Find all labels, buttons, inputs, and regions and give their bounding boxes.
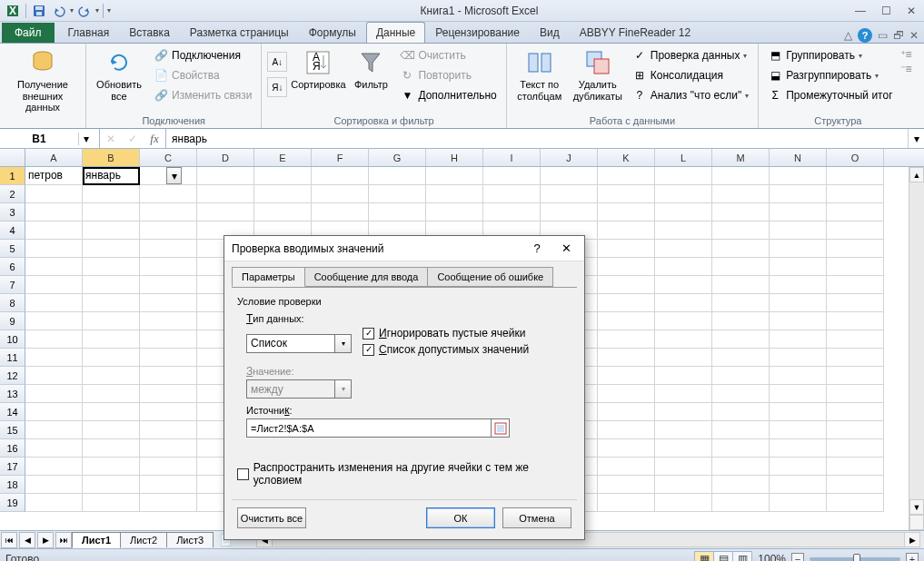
row-header[interactable]: 17 [0,458,25,476]
tab-formulas[interactable]: Формулы [299,22,366,43]
propagate-checkbox[interactable] [237,468,249,480]
properties-button[interactable]: 📄Свойства [150,66,255,84]
name-box[interactable]: ▾ [0,129,100,148]
col-header[interactable]: B [83,149,140,166]
help-icon[interactable]: ? [858,28,872,43]
row-header[interactable]: 10 [0,330,25,349]
row-header[interactable]: 18 [0,476,25,494]
col-header[interactable]: A [25,149,83,166]
col-header[interactable]: H [426,149,483,166]
dialog-close-icon[interactable]: ✕ [555,240,577,258]
tab-home[interactable]: Главная [58,22,120,43]
scroll-down-icon[interactable]: ▼ [909,499,924,515]
what-if-button[interactable]: ?Анализ "что если"▾ [629,86,752,104]
validation-dropdown-icon[interactable]: ▾ [166,167,182,184]
formula-input[interactable] [166,129,908,148]
file-tab[interactable]: Файл [2,23,55,43]
tab-error-alert[interactable]: Сообщение об ошибке [427,267,553,287]
text-to-columns-button[interactable]: Текст по столбцам [512,46,567,103]
row-header[interactable]: 1 [0,167,25,185]
dialog-titlebar[interactable]: Проверка вводимых значений ? ✕ [224,236,584,261]
page-break-view-icon[interactable]: ▥ [732,551,752,562]
zoom-in-icon[interactable]: + [906,553,919,562]
cancel-formula-icon[interactable]: ✕ [100,133,122,145]
zoom-out-icon[interactable]: − [791,553,804,562]
col-header[interactable]: C [140,149,197,166]
clear-filter-button[interactable]: ⌫Очистить [396,46,500,64]
sort-button[interactable]: AЯ Сортировка [291,46,345,93]
row-header[interactable]: 5 [0,240,25,258]
row-header[interactable]: 2 [0,185,25,203]
tab-abbyy[interactable]: ABBYY FineReader 12 [570,22,701,43]
get-external-data-button[interactable]: Получение внешних данных [5,46,80,115]
row-header[interactable]: 19 [0,494,25,512]
name-box-input[interactable] [0,133,78,145]
col-header[interactable]: K [598,149,655,166]
row-header[interactable]: 6 [0,258,25,276]
cell-a1[interactable]: петров [25,167,83,185]
advanced-filter-button[interactable]: ▼Дополнительно [396,86,500,104]
hide-detail-icon[interactable]: ⁻≡ [900,63,912,75]
ok-button[interactable]: ОК [426,507,495,528]
maximize-icon[interactable]: ☐ [873,2,899,20]
dialog-help-icon[interactable]: ? [526,240,548,258]
row-header[interactable]: 16 [0,439,25,458]
excel-icon[interactable]: X [4,2,22,20]
insert-function-icon[interactable]: fx [144,132,165,146]
save-icon[interactable] [30,2,48,20]
col-header[interactable]: I [483,149,541,166]
next-sheet-icon[interactable]: ▶ [37,532,54,548]
row-header[interactable]: 4 [0,221,25,240]
tab-parameters[interactable]: Параметры [232,267,305,287]
in-cell-dropdown-checkbox[interactable]: ✓ [363,344,374,356]
row-header[interactable]: 7 [0,276,25,294]
col-header[interactable]: M [712,149,770,166]
connections-button[interactable]: 🔗Подключения [150,46,255,64]
workbook-close-icon[interactable]: ✕ [909,29,919,42]
page-layout-view-icon[interactable]: ▤ [713,551,733,562]
row-header[interactable]: 13 [0,385,25,403]
tab-page-layout[interactable]: Разметка страницы [180,22,299,43]
zoom-label[interactable]: 100% [758,553,786,562]
tab-data[interactable]: Данные [366,22,425,43]
close-icon[interactable]: ✕ [899,2,924,20]
name-box-dropdown-icon[interactable]: ▾ [78,133,93,145]
row-header[interactable]: 11 [0,349,25,367]
show-detail-icon[interactable]: ⁺≡ [900,48,912,61]
group-button[interactable]: ⬒Группировать▾ [764,46,896,64]
data-validation-button[interactable]: ✓Проверка данных▾ [629,46,752,64]
zoom-slider[interactable] [810,557,900,561]
normal-view-icon[interactable]: ▦ [694,551,714,562]
row-header[interactable]: 3 [0,203,25,221]
chevron-down-icon[interactable]: ▾ [334,335,351,352]
filter-button[interactable]: Фильтр [349,46,392,93]
cell-b1[interactable]: январь [83,167,140,185]
edit-links-button[interactable]: 🔗Изменить связи [150,86,255,104]
tab-insert[interactable]: Вставка [119,22,180,43]
undo-dropdown-icon[interactable]: ▾ [70,6,74,15]
row-header[interactable]: 15 [0,421,25,439]
consolidate-button[interactable]: ⊞Консолидация [629,66,752,84]
col-header[interactable]: L [655,149,712,166]
undo-icon[interactable] [50,2,68,20]
col-header[interactable]: O [827,149,884,166]
tab-view[interactable]: Вид [530,22,570,43]
workbook-minimize-icon[interactable]: ▭ [878,29,888,42]
col-header[interactable]: N [770,149,827,166]
sheet-tab[interactable]: Лист2 [120,532,167,547]
reapply-button[interactable]: ↻Повторить [396,66,500,84]
vertical-scrollbar[interactable]: ▲ ▼ [909,167,924,530]
col-header[interactable]: E [254,149,312,166]
enter-formula-icon[interactable]: ✓ [122,133,144,145]
first-sheet-icon[interactable]: ⏮ [1,532,17,548]
scroll-up-icon[interactable]: ▲ [909,167,924,182]
expand-formula-bar-icon[interactable]: ▾ [908,129,924,148]
subtotal-button[interactable]: ΣПромежуточный итог [764,86,896,104]
sheet-tab[interactable]: Лист3 [166,532,214,547]
range-picker-icon[interactable] [491,419,509,437]
row-header[interactable]: 8 [0,294,25,312]
col-header[interactable]: J [541,149,598,166]
remove-duplicates-button[interactable]: Удалить дубликаты [571,46,625,103]
sort-desc-icon[interactable]: Я↓ [267,77,287,97]
ignore-blank-checkbox[interactable]: ✓ [363,328,374,340]
